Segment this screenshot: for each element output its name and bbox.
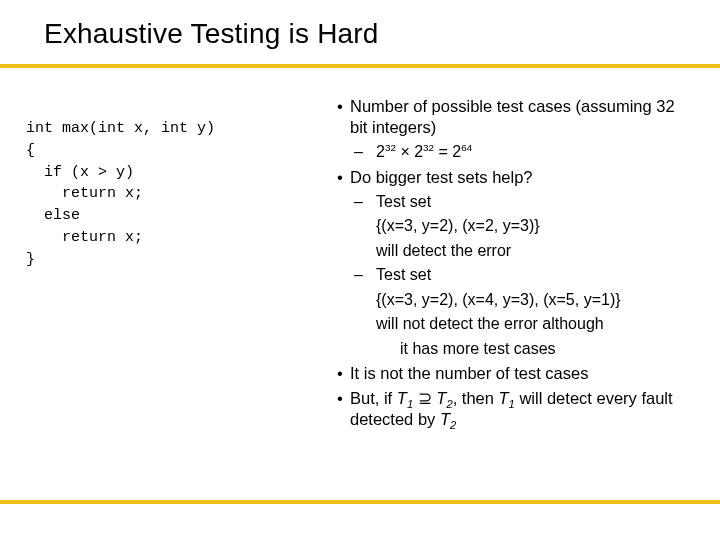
exp-base-3: = 2: [434, 143, 461, 160]
bullet-column: • Number of possible test cases (assumin…: [326, 96, 694, 434]
b4-t1: T: [397, 389, 407, 407]
bullet-dash-icon: –: [354, 192, 376, 212]
exp-sup-3: 64: [461, 142, 472, 153]
bullet-2a-text: Test set: [376, 192, 694, 212]
exp-base-1: 2: [376, 143, 385, 160]
exp-sup-1: 32: [385, 142, 396, 153]
exp-base-2: × 2: [396, 143, 423, 160]
bullet-dot-icon: •: [330, 363, 350, 384]
bullet-dot-icon: •: [330, 96, 350, 138]
bullet-2a: – Test set: [354, 192, 694, 212]
b4-t4: T: [440, 410, 450, 428]
code-block: int max(int x, int y) { if (x > y) retur…: [26, 118, 326, 270]
b4-s4: 2: [450, 420, 456, 432]
bullet-dot-icon: •: [330, 388, 350, 430]
bullet-2b-cont1: {(x=3, y=2), (x=4, y=3), (x=5, y=1)}: [376, 290, 694, 310]
bullet-4-text: But, if T1 ⊇ T2, then T1 will detect eve…: [350, 388, 694, 430]
bullet-4: • But, if T1 ⊇ T2, then T1 will detect e…: [330, 388, 694, 430]
bullet-2a-cont2: will detect the error: [376, 241, 694, 261]
bullet-2a-cont1: {(x=3, y=2), (x=2, y=3)}: [376, 216, 694, 236]
b4-t2: T: [436, 389, 446, 407]
divider-bottom: [0, 500, 720, 504]
slide: Exhaustive Testing is Hard int max(int x…: [0, 0, 720, 540]
exp-sup-2: 32: [423, 142, 434, 153]
code-column: int max(int x, int y) { if (x > y) retur…: [26, 96, 326, 434]
b4-superset: ⊇: [413, 389, 436, 407]
b4-pre: But, if: [350, 389, 397, 407]
bullet-2b-cont3: it has more test cases: [400, 339, 694, 359]
bullet-1-text: Number of possible test cases (assuming …: [350, 96, 694, 138]
bullet-1a-text: 232 × 232 = 264: [376, 142, 694, 162]
b4-t3: T: [499, 389, 509, 407]
bullet-1a: – 232 × 232 = 264: [354, 142, 694, 162]
bullet-3-text: It is not the number of test cases: [350, 363, 694, 384]
bullet-1: • Number of possible test cases (assumin…: [330, 96, 694, 138]
bullet-dash-icon: –: [354, 142, 376, 162]
bullet-2: • Do bigger test sets help?: [330, 167, 694, 188]
bullet-dash-icon: –: [354, 265, 376, 285]
bullet-2b-cont2: will not detect the error although: [376, 314, 694, 334]
bullet-dot-icon: •: [330, 167, 350, 188]
bullet-3: • It is not the number of test cases: [330, 363, 694, 384]
b4-mid: , then: [453, 389, 499, 407]
bullet-2b: – Test set: [354, 265, 694, 285]
bullet-2-text: Do bigger test sets help?: [350, 167, 694, 188]
slide-title: Exhaustive Testing is Hard: [0, 18, 720, 50]
content-row: int max(int x, int y) { if (x > y) retur…: [0, 68, 720, 434]
bullet-2b-text: Test set: [376, 265, 694, 285]
